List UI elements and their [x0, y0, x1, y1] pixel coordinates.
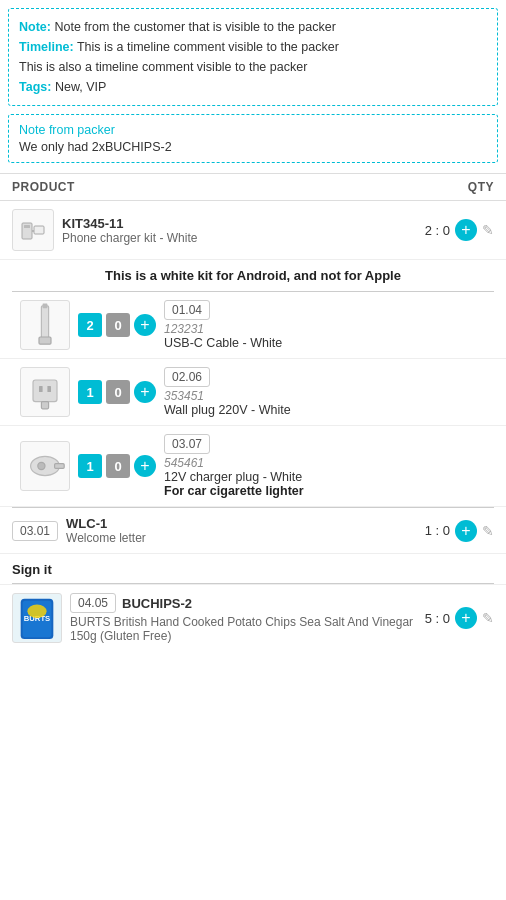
sub-item-row-2: 1 0 + 03.07 545461 12V charger plug - Wh…: [0, 426, 506, 507]
svg-rect-5: [39, 337, 51, 344]
kit-product-row: KIT345-11 Phone charger kit - White 2 : …: [0, 201, 506, 260]
sub-item-qty-ordered-0: 2: [78, 313, 102, 337]
svg-rect-3: [24, 225, 30, 228]
svg-rect-9: [39, 386, 43, 392]
svg-rect-4: [41, 306, 48, 340]
kit-qty: 2 : 0: [425, 223, 450, 238]
sub-item-name-1: Wall plug 220V - White: [164, 403, 494, 417]
kit-add-button[interactable]: +: [455, 219, 477, 241]
packer-label: Note from packer: [19, 123, 487, 137]
buchips-sku: BUCHIPS-2: [122, 596, 192, 611]
svg-point-17: [27, 605, 46, 618]
sub-item-name-2: 12V charger plug - White: [164, 470, 494, 484]
timeline-label: Timeline:: [19, 40, 74, 54]
kit-desc: Phone charger kit - White: [62, 231, 417, 245]
sub-item-qty-packed-0: 0: [106, 313, 130, 337]
sub-item-controls-1: 1 0 +: [78, 380, 156, 404]
sub-item-note-2: For car cigarette lighter: [164, 484, 494, 498]
sub-item-add-button-1[interactable]: +: [134, 381, 156, 403]
customer-note-box: Note: Note from the customer that is vis…: [8, 8, 498, 106]
tags-text: New, VIP: [55, 80, 106, 94]
sub-item-qty-packed-1: 0: [106, 380, 130, 404]
sub-item-info-1: 02.06 353451 Wall plug 220V - White: [164, 367, 494, 417]
sub-item-qty-packed-2: 0: [106, 454, 130, 478]
packer-note-box: Note from packer We only had 2xBUCHIPS-2: [8, 114, 498, 163]
sub-item-qty-ordered-2: 1: [78, 454, 102, 478]
sub-item-image-2: [20, 441, 70, 491]
note-text: Note from the customer that is visible t…: [54, 20, 335, 34]
wlc-row: 03.01 WLC-1 Welcome letter 1 : 0 + ✎: [0, 508, 506, 554]
wlc-info: WLC-1 Welcome letter: [66, 516, 417, 545]
col-qty: QTY: [468, 180, 494, 194]
col-product: PRODUCT: [12, 180, 75, 194]
sub-item-code-0: 01.04: [164, 300, 210, 320]
svg-rect-6: [43, 303, 48, 308]
kit-product-image: [12, 209, 54, 251]
tags-label: Tags:: [19, 80, 51, 94]
svg-rect-7: [33, 380, 57, 402]
table-header: PRODUCT QTY: [0, 173, 506, 201]
sub-item-info-2: 03.07 545461 12V charger plug - White Fo…: [164, 434, 494, 498]
buchips-qty-area: 5 : 0 + ✎: [425, 607, 494, 629]
kit-qty-area: 2 : 0 + ✎: [425, 219, 494, 241]
sub-item-sku-0: 123231: [164, 322, 494, 336]
svg-rect-12: [55, 464, 65, 469]
timeline-text2: This is also a timeline comment visible …: [19, 60, 307, 74]
kit-product-info: KIT345-11 Phone charger kit - White: [62, 216, 417, 245]
sub-item-image-1: [20, 367, 70, 417]
sub-item-code-2: 03.07: [164, 434, 210, 454]
wlc-add-button[interactable]: +: [455, 520, 477, 542]
sub-item-add-button-0[interactable]: +: [134, 314, 156, 336]
kit-sku: KIT345-11: [62, 216, 417, 231]
buchips-info: 04.05 BUCHIPS-2 BURTS British Hand Cooke…: [70, 593, 417, 643]
svg-rect-10: [47, 386, 51, 392]
sub-item-qty-ordered-1: 1: [78, 380, 102, 404]
sub-item-info-0: 01.04 123231 USB-C Cable - White: [164, 300, 494, 350]
wlc-qty-area: 1 : 0 + ✎: [425, 520, 494, 542]
kit-note: This is a white kit for Android, and not…: [0, 260, 506, 291]
sub-item-sku-1: 353451: [164, 389, 494, 403]
sub-item-add-button-2[interactable]: +: [134, 455, 156, 477]
sub-item-row-1: 1 0 + 02.06 353451 Wall plug 220V - Whit…: [0, 359, 506, 426]
buchips-header: 04.05 BUCHIPS-2: [70, 593, 417, 613]
note-label: Note:: [19, 20, 51, 34]
buchips-row: BURTS 04.05 BUCHIPS-2 BURTS British Hand…: [0, 584, 506, 651]
sub-item-controls-2: 1 0 +: [78, 454, 156, 478]
buchips-qty: 5 : 0: [425, 611, 450, 626]
wlc-sku: WLC-1: [66, 516, 417, 531]
wlc-desc: Welcome letter: [66, 531, 417, 545]
packer-text: We only had 2xBUCHIPS-2: [19, 140, 487, 154]
sub-item-image-0: [20, 300, 70, 350]
buchips-add-button[interactable]: +: [455, 607, 477, 629]
kit-add-icon: +: [461, 222, 470, 238]
sub-item-sku-2: 545461: [164, 456, 494, 470]
timeline-text: This is a timeline comment visible to th…: [77, 40, 339, 54]
svg-point-13: [38, 462, 45, 469]
wlc-edit-icon[interactable]: ✎: [482, 523, 494, 539]
sign-it-note: Sign it: [0, 554, 506, 583]
buchips-code: 04.05: [70, 593, 116, 613]
wlc-code: 03.01: [12, 521, 58, 541]
kit-edit-icon[interactable]: ✎: [482, 222, 494, 238]
svg-rect-8: [41, 402, 48, 409]
wlc-qty: 1 : 0: [425, 523, 450, 538]
sub-item-name-0: USB-C Cable - White: [164, 336, 494, 350]
sub-item-controls-0: 2 0 +: [78, 313, 156, 337]
svg-rect-1: [34, 226, 44, 234]
sub-item-row-0: 2 0 + 01.04 123231 USB-C Cable - White: [0, 292, 506, 359]
buchips-edit-icon[interactable]: ✎: [482, 610, 494, 626]
buchips-desc: BURTS British Hand Cooked Potato Chips S…: [70, 615, 417, 643]
buchips-image: BURTS: [12, 593, 62, 643]
sub-item-code-1: 02.06: [164, 367, 210, 387]
